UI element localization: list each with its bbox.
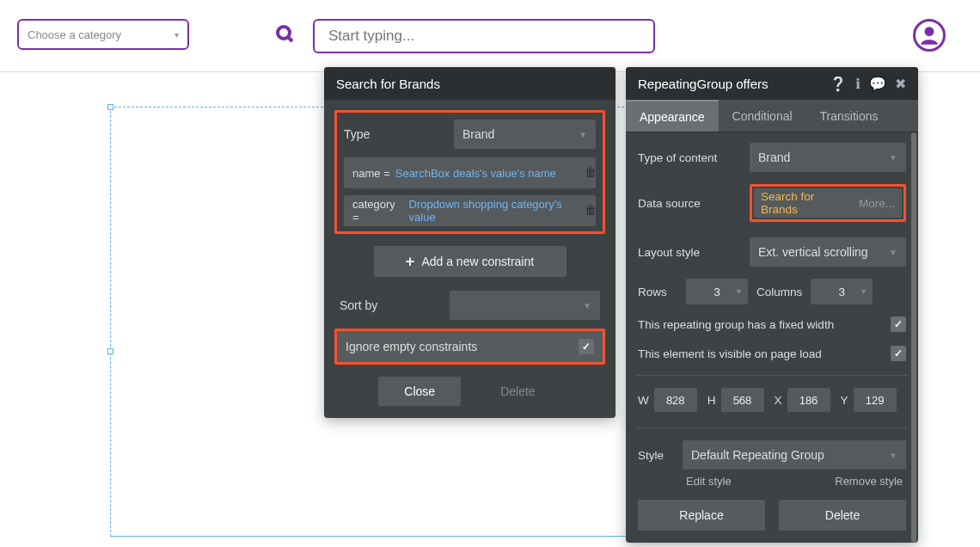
svg-line-1: [288, 37, 292, 41]
chevron-down-icon: ▼: [889, 153, 897, 163]
trash-icon[interactable]: 🗑: [585, 165, 597, 179]
plus-icon: +: [406, 253, 415, 271]
property-tabs: Appearance Conditional Transitions: [626, 100, 918, 132]
constraint-row[interactable]: category = Dropdown shopping category's …: [344, 195, 596, 226]
search-icon[interactable]: [275, 24, 296, 50]
rows-label: Rows: [638, 286, 677, 298]
style-label: Style: [638, 449, 674, 462]
tab-transitions[interactable]: Transitions: [806, 100, 892, 132]
constraint-expression: Dropdown shopping category's value: [409, 198, 587, 224]
divider: [636, 427, 908, 428]
type-label: Type: [344, 127, 447, 141]
popup-title: Search for Brands: [336, 77, 440, 91]
ignore-empty-row[interactable]: Ignore empty constraints ✓: [337, 331, 603, 362]
data-source-highlight: Search for Brands More...: [750, 184, 906, 222]
popup-title: RepeatingGroup offers: [638, 77, 769, 91]
svg-point-2: [925, 27, 934, 36]
data-source-field[interactable]: Search for Brands More...: [754, 188, 902, 218]
fixed-width-checkbox[interactable]: ✓: [891, 317, 906, 332]
info-icon[interactable]: ℹ: [855, 76, 861, 92]
type-dropdown[interactable]: Brand ▼: [454, 120, 596, 149]
tab-appearance[interactable]: Appearance: [626, 100, 719, 132]
chevron-down-icon: ▼: [860, 287, 867, 296]
constraint-field: name =: [352, 167, 390, 180]
close-icon[interactable]: ✖: [895, 76, 906, 92]
element-properties-popup: RepeatingGroup offers ❔ ℹ 💬 ✖ Appearance…: [626, 67, 918, 543]
chevron-down-icon: ▼: [579, 130, 587, 139]
constraint-row[interactable]: name = SearchBox deals's value's name 🗑: [344, 157, 596, 188]
ignore-empty-checkbox[interactable]: ✓: [579, 339, 594, 354]
w-label: W: [638, 394, 649, 407]
visible-on-load-checkbox[interactable]: ✓: [891, 346, 906, 361]
columns-label: Columns: [756, 286, 802, 298]
type-of-content-label: Type of content: [638, 151, 741, 164]
ignore-empty-highlight: Ignore empty constraints ✓: [334, 329, 605, 365]
category-dropdown[interactable]: Choose a category ▾: [17, 19, 189, 50]
y-label: Y: [841, 394, 848, 407]
tab-conditional[interactable]: Conditional: [719, 100, 806, 132]
chevron-down-icon: ▼: [889, 248, 897, 257]
x-input[interactable]: 186: [787, 388, 830, 412]
constraint-expression: SearchBox deals's value's name: [395, 167, 556, 180]
comment-icon[interactable]: 💬: [869, 76, 886, 92]
help-icon[interactable]: ❔: [830, 76, 847, 92]
x-label: X: [775, 394, 782, 407]
svg-point-0: [278, 27, 290, 39]
search-input[interactable]: [313, 19, 655, 53]
sort-by-dropdown[interactable]: ▼: [450, 291, 600, 320]
popup-header[interactable]: Search for Brands: [324, 67, 616, 100]
type-value: Brand: [462, 127, 494, 141]
chevron-down-icon: ▼: [889, 451, 897, 460]
remove-style-link[interactable]: Remove style: [835, 475, 903, 488]
data-source-more: More...: [859, 197, 895, 210]
delete-button[interactable]: Delete: [779, 500, 906, 531]
top-bar: Choose a category ▾: [0, 0, 980, 72]
resize-handle[interactable]: [107, 348, 113, 354]
divider: [636, 375, 908, 376]
layout-style-label: Layout style: [638, 246, 741, 259]
columns-input[interactable]: 3▼: [811, 279, 873, 304]
add-constraint-label: Add a new constraint: [421, 255, 534, 268]
constraints-highlight: Type Brand ▼ name = SearchBox deals's va…: [334, 110, 605, 234]
add-constraint-button[interactable]: + Add a new constraint: [374, 246, 567, 277]
data-source-label: Data source: [638, 197, 741, 210]
layout-style-dropdown[interactable]: Ext. vertical scrolling ▼: [750, 237, 906, 267]
search-constraints-popup: Search for Brands Type Brand ▼ name = Se…: [324, 67, 616, 418]
height-input[interactable]: 568: [721, 388, 764, 412]
replace-button[interactable]: Replace: [638, 500, 765, 531]
y-input[interactable]: 129: [854, 388, 897, 412]
resize-handle[interactable]: [107, 104, 113, 110]
trash-icon[interactable]: 🗑: [585, 203, 597, 217]
avatar[interactable]: [913, 19, 946, 52]
chevron-down-icon: ▾: [175, 30, 179, 40]
chevron-down-icon: ▼: [735, 287, 743, 296]
h-label: H: [707, 394, 716, 407]
style-dropdown[interactable]: Default Repeating Group ▼: [683, 440, 906, 470]
popup-header[interactable]: RepeatingGroup offers ❔ ℹ 💬 ✖: [626, 67, 918, 100]
close-button[interactable]: Close: [378, 377, 461, 406]
data-source-value: Search for Brands: [761, 190, 854, 216]
sort-by-label: Sort by: [340, 298, 443, 312]
fixed-width-label: This repeating group has a fixed width: [638, 318, 891, 331]
constraint-field: category =: [352, 198, 404, 224]
visible-on-load-label: This element is visible on page load: [638, 347, 891, 360]
width-input[interactable]: 828: [654, 388, 697, 412]
rows-input[interactable]: 3▼: [686, 279, 748, 304]
edit-style-link[interactable]: Edit style: [686, 475, 732, 488]
category-placeholder: Choose a category: [28, 28, 121, 41]
type-of-content-dropdown[interactable]: Brand ▼: [750, 143, 906, 172]
delete-button[interactable]: Delete: [475, 377, 560, 406]
chevron-down-icon: ▼: [583, 301, 591, 310]
ignore-empty-label: Ignore empty constraints: [346, 340, 477, 353]
